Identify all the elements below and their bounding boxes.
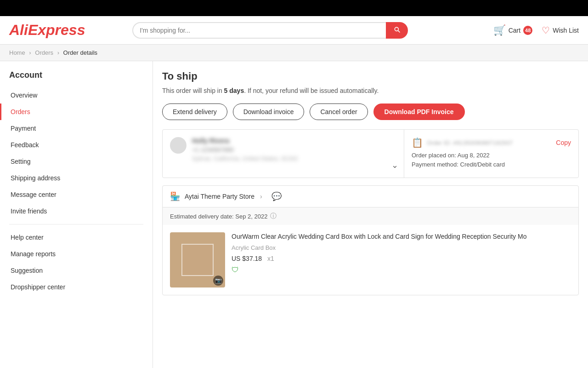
action-buttons: Extend delivery Download invoice Cancel … (162, 104, 579, 120)
store-icon: 🏪 (170, 191, 180, 201)
store-section: 🏪 Aytai Theme Party Store › 💬 Estimated … (162, 185, 579, 295)
sidebar-item-help-center[interactable]: Help center (0, 229, 153, 246)
protect-icon: 🛡 (232, 266, 571, 274)
sidebar-item-feedback[interactable]: Feedback (0, 137, 153, 153)
store-arrow-icon: › (260, 193, 262, 200)
store-header: 🏪 Aytai Theme Party Store › 💬 (163, 186, 578, 207)
to-ship-description: This order will ship in 5 days. If not, … (162, 87, 579, 94)
delivery-banner: Estimated delivery date: Sep 2, 2022 ⓘ (163, 207, 578, 225)
breadcrumb-sep-2: › (57, 49, 59, 56)
search-icon (393, 26, 401, 33)
address-addr: Sylmar, California, United States, 91342 (192, 155, 396, 162)
wishlist-label: Wish List (553, 27, 579, 34)
order-id-icon: 📋 (412, 137, 423, 148)
sidebar: Account Overview Orders Payment Feedback… (0, 61, 153, 368)
breadcrumb-sep-1: › (29, 49, 31, 56)
main-layout: Account Overview Orders Payment Feedback… (0, 61, 588, 368)
content-area: To ship This order will ship in 5 days. … (153, 61, 588, 368)
address-expand-button[interactable]: ⌄ (391, 160, 398, 170)
product-img-box (181, 244, 214, 276)
extend-delivery-button[interactable]: Extend delivery (162, 104, 227, 120)
search-bar (132, 22, 408, 39)
delivery-label: Estimated delivery date: Sep 2, 2022 (170, 213, 267, 220)
breadcrumb: Home › Orders › Order details (0, 45, 588, 61)
camera-icon: 📷 (213, 276, 223, 286)
breadcrumb-orders[interactable]: Orders (35, 49, 53, 56)
breadcrumb-current: Order details (63, 49, 97, 56)
order-placed-on: Order placed on: Aug 8, 2022 (412, 152, 571, 159)
address-section: Holly Rivera +1 1234567890 Sylmar, Calif… (163, 130, 404, 178)
product-subtitle: Acrylic Card Box (232, 244, 571, 251)
store-name[interactable]: Aytai Theme Party Store (185, 193, 254, 200)
top-bar (0, 0, 588, 16)
sidebar-item-payment[interactable]: Payment (0, 120, 153, 137)
product-row: 📷 OurWarm Clear Acrylic Wedding Card Box… (163, 225, 578, 295)
sidebar-item-suggestion[interactable]: Suggestion (0, 262, 153, 279)
cart-label: Cart (509, 27, 520, 34)
sidebar-item-orders[interactable]: Orders (0, 104, 153, 120)
cancel-order-button[interactable]: Cancel order (310, 104, 368, 120)
sidebar-divider (9, 224, 143, 224)
download-pdf-invoice-button[interactable]: Download PDF Invoice (373, 104, 465, 120)
sidebar-item-setting[interactable]: Setting (0, 153, 153, 170)
order-payment-method: Payment method: Credit/Debit card (412, 161, 571, 168)
order-id-text: Order ID: #91350090897192937 (427, 139, 513, 146)
sidebar-item-dropshipper-center[interactable]: Dropshipper center (0, 279, 153, 295)
to-ship-title: To ship (162, 70, 579, 82)
product-image: 📷 (170, 232, 225, 288)
cart-count-badge: 48 (523, 26, 532, 35)
cart-button[interactable]: 🛒 Cart 48 (493, 24, 532, 36)
wishlist-button[interactable]: ♡ Wish List (542, 25, 579, 36)
to-ship-desc-2: . If not, your refund will be issued aut… (244, 87, 379, 94)
search-button[interactable] (386, 22, 408, 39)
sidebar-item-message-center[interactable]: Message center (0, 186, 153, 203)
address-phone: +1 1234567890 (192, 146, 396, 153)
breadcrumb-home[interactable]: Home (9, 49, 25, 56)
sidebar-item-manage-reports[interactable]: Manage reports (0, 246, 153, 262)
product-info: OurWarm Clear Acrylic Wedding Card Box w… (232, 232, 571, 274)
help-icon[interactable]: ⓘ (270, 212, 277, 220)
avatar (170, 137, 187, 154)
order-info-section: 📋 Order ID: #91350090897192937 Copy Orde… (404, 130, 578, 178)
info-card: Holly Rivera +1 1234567890 Sylmar, Calif… (162, 129, 579, 178)
product-price: US $37.18 (232, 255, 262, 262)
to-ship-desc-1: This order will ship in (162, 87, 224, 94)
to-ship-days: 5 days (224, 87, 244, 94)
sidebar-account-title: Account (0, 70, 153, 87)
sidebar-item-overview[interactable]: Overview (0, 87, 153, 104)
address-details: Holly Rivera +1 1234567890 Sylmar, Calif… (192, 137, 396, 162)
copy-button[interactable]: Copy (556, 139, 571, 146)
sidebar-item-shipping-address[interactable]: Shipping address (0, 170, 153, 186)
header-actions: 🛒 Cart 48 ♡ Wish List (493, 24, 579, 36)
download-invoice-button[interactable]: Download invoice (233, 104, 305, 120)
product-title: OurWarm Clear Acrylic Wedding Card Box w… (232, 232, 571, 242)
product-qty: x1 (267, 255, 274, 262)
search-input[interactable] (132, 22, 386, 39)
header: AliExpress 🛒 Cart 48 ♡ Wish List (0, 16, 588, 45)
sidebar-item-invite-friends[interactable]: Invite friends (0, 203, 153, 219)
chat-icon[interactable]: 💬 (271, 191, 282, 201)
order-id-row: 📋 Order ID: #91350090897192937 Copy (412, 137, 571, 148)
heart-icon: ♡ (542, 25, 550, 36)
product-price-row: US $37.18 x1 (232, 255, 571, 262)
cart-icon: 🛒 (493, 24, 506, 36)
logo[interactable]: AliExpress (9, 22, 85, 39)
address-name: Holly Rivera (192, 137, 396, 144)
